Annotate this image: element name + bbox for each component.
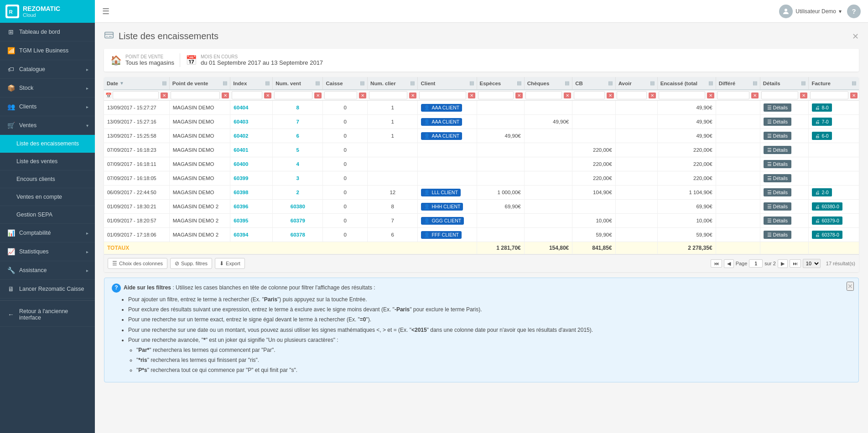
index-link[interactable]: 60402 [234,133,248,139]
sidebar-item-ventes-compte[interactable]: Ventes en compte [0,188,95,206]
clear-encaisse-button[interactable]: ✕ [707,93,714,98]
filter-icon[interactable]: ▤ [360,80,364,86]
clear-details-button[interactable]: ✕ [800,93,807,98]
numvent-link[interactable]: 6 [296,133,299,139]
detail-button[interactable]: ☰ Détails [764,174,791,182]
close-help-button[interactable]: ✕ [847,282,854,291]
sidebar-item-comptabilite[interactable]: 📊 Comptabilité ▸ [0,224,95,242]
numvent-link[interactable]: 60379 [291,218,305,223]
numvent-link[interactable]: 7 [296,119,299,124]
facture-button[interactable]: 🖨 60379-0 [812,216,842,225]
help-button[interactable]: ? [847,5,861,18]
filter-index-input[interactable] [232,91,262,99]
export-button[interactable]: ⬇ Export [215,258,245,269]
facture-button[interactable]: 🖨 7-0 [812,118,832,126]
filter-icon[interactable]: ▤ [708,80,713,86]
filter-avoir-input[interactable] [617,91,647,99]
filter-icon[interactable]: ▤ [650,80,655,86]
filter-icon[interactable]: ▤ [410,80,415,86]
detail-button[interactable]: ☰ Détails [764,202,791,211]
detail-button[interactable]: ☰ Détails [764,188,791,196]
detail-button[interactable]: ☰ Détails [764,160,791,168]
next-page-button[interactable]: ▶ [778,259,788,268]
clear-especes-button[interactable]: ✕ [515,93,523,98]
filter-numclier-input[interactable] [369,91,407,99]
sidebar-item-assistance[interactable]: 🔧 Assistance ▸ [0,261,95,280]
numvent-link[interactable]: 5 [296,147,299,153]
clear-facture-button[interactable]: ✕ [850,93,858,98]
prev-page-button[interactable]: ◀ [724,259,734,268]
filter-encaisse-input[interactable] [659,91,705,99]
filter-icon[interactable]: ▤ [265,80,270,86]
sidebar-item-ventes[interactable]: 🛒 Ventes ▾ [0,116,95,135]
detail-button[interactable]: ☰ Détails [764,231,791,239]
detail-button[interactable]: ☰ Détails [764,146,791,154]
sidebar-item-tgm[interactable]: 📶 TGM Live Business [0,41,95,60]
clear-pdv-button[interactable]: ✕ [222,93,229,98]
index-link[interactable]: 60401 [234,147,248,153]
clear-avoir-button[interactable]: ✕ [649,93,656,98]
index-link[interactable]: 60399 [234,175,248,181]
detail-button[interactable]: ☰ Détails [764,216,791,225]
detail-button[interactable]: ☰ Détails [764,118,791,126]
facture-button[interactable]: 🖨 60378-0 [812,231,842,239]
filter-cheques-input[interactable] [525,91,562,99]
filter-cb-input[interactable] [574,91,605,99]
clear-date-button[interactable]: ✕ [161,93,168,98]
filter-caisse-input[interactable] [324,91,357,99]
clear-client-button[interactable]: ✕ [468,93,475,98]
index-link[interactable]: 60403 [234,119,248,124]
index-link[interactable]: 60396 [234,204,248,209]
facture-button[interactable]: 🖨 2-0 [812,188,832,196]
sort-icon[interactable]: ▼ [120,81,124,86]
filter-icon[interactable]: ▤ [315,80,320,86]
index-link[interactable]: 60400 [234,161,248,167]
filter-icon[interactable]: ▤ [162,80,166,86]
filtres-button[interactable]: ⊘ Supp. filtres [170,258,212,269]
mois-filter[interactable]: 📅 Mois en cours du 01 Septembre 2017 au … [186,53,323,67]
filter-differe-input[interactable] [717,91,749,99]
per-page-select[interactable]: 10 25 50 [803,259,821,268]
filter-icon[interactable]: ▤ [852,80,856,86]
filter-icon[interactable]: ▤ [608,80,613,86]
filter-client-input[interactable] [419,91,466,99]
sidebar-item-catalogue[interactable]: 🏷 Catalogue ▸ [0,60,95,79]
clear-caisse-button[interactable]: ✕ [359,93,366,98]
filter-icon[interactable]: ▤ [753,80,757,86]
clear-index-button[interactable]: ✕ [264,93,271,98]
colonnes-button[interactable]: ☰ Choix des colonnes [108,258,167,269]
filter-facture-input[interactable] [810,91,848,99]
close-page-button[interactable]: ✕ [852,31,859,41]
sidebar-item-retour[interactable]: ← Retour à l'ancienne interface [0,303,95,327]
filter-details-input[interactable] [761,91,798,99]
clear-cheques-button[interactable]: ✕ [564,93,571,98]
numvent-link[interactable]: 60378 [291,232,305,237]
filter-numvent-input[interactable] [274,91,312,99]
sidebar-item-encours[interactable]: Encours clients [0,170,95,188]
clear-cb-button[interactable]: ✕ [607,93,614,98]
filter-icon[interactable]: ▤ [517,80,521,86]
sidebar-item-liste-ventes[interactable]: Liste des ventes [0,153,95,170]
facture-button[interactable]: 🖨 8-0 [812,103,832,112]
index-link[interactable]: 60395 [234,218,248,223]
filter-icon[interactable]: ▤ [801,80,806,86]
filter-icon[interactable]: ▤ [469,80,474,86]
filter-pdv-input[interactable] [171,91,220,99]
clear-numvent-button[interactable]: ✕ [314,93,322,98]
last-page-button[interactable]: ⏭ [790,259,801,268]
numvent-link[interactable]: 3 [296,175,299,181]
sidebar-item-caisse[interactable]: 🖥 Lancer Rezomatic Caisse [0,280,95,299]
numvent-link[interactable]: 8 [296,105,299,110]
user-menu[interactable]: Utilisateur Demo ▾ [779,5,842,18]
sidebar-item-statistiques[interactable]: 📈 Statistiques ▸ [0,242,95,261]
facture-button[interactable]: 🖨 60380-0 [812,202,842,211]
sidebar-item-sepa[interactable]: Gestion SEPA [0,206,95,224]
detail-button[interactable]: ☰ Détails [764,132,791,140]
filter-icon[interactable]: ▤ [565,80,569,86]
sidebar-item-clients[interactable]: 👥 Clients ▸ [0,98,95,116]
facture-button[interactable]: 🖨 6-0 [812,132,832,140]
sidebar-item-tableau[interactable]: ⊞ Tableau de bord [0,23,95,41]
sidebar-item-encaissements[interactable]: Liste des encaissements [0,135,95,153]
numvent-link[interactable]: 2 [296,190,299,195]
filter-date-input[interactable] [113,91,159,99]
